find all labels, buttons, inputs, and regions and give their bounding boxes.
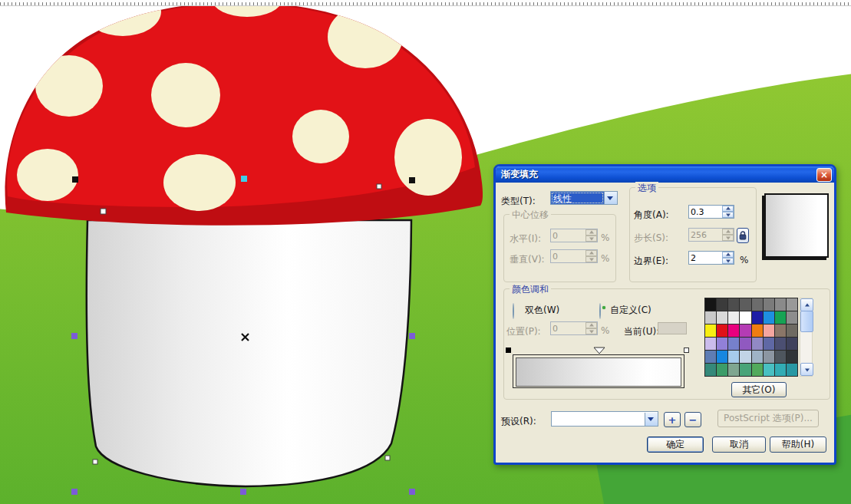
type-dropdown[interactable]: 线性: [550, 191, 618, 205]
palette-swatch[interactable]: [740, 311, 750, 324]
help-button[interactable]: 帮助(H): [770, 436, 826, 453]
palette-swatch[interactable]: [787, 338, 797, 350]
spot[interactable]: [292, 110, 349, 163]
selection-handle[interactable]: [409, 489, 415, 495]
palette-swatch[interactable]: [740, 351, 750, 363]
angle-field[interactable]: [688, 205, 734, 219]
scrollbar-thumb[interactable]: [800, 311, 813, 332]
palette-swatch[interactable]: [728, 364, 739, 376]
palette-swatch[interactable]: [752, 338, 763, 350]
palette-swatch[interactable]: [752, 311, 763, 324]
close-icon[interactable]: ×: [816, 168, 832, 182]
dialog-titlebar[interactable]: 渐变填充: [496, 166, 834, 183]
palette-swatch[interactable]: [740, 364, 750, 376]
palette-swatch[interactable]: [764, 298, 774, 311]
palette-swatch[interactable]: [728, 338, 739, 350]
palette-swatch[interactable]: [752, 298, 763, 311]
palette-swatch[interactable]: [717, 311, 727, 324]
spot[interactable]: [151, 63, 220, 127]
scroll-down-icon[interactable]: [800, 363, 813, 376]
selection-handle[interactable]: [240, 489, 246, 495]
chevron-down-icon[interactable]: [604, 192, 617, 204]
selection-handle[interactable]: [71, 333, 78, 339]
node-handle-hollow[interactable]: [377, 184, 381, 189]
selection-handle[interactable]: [409, 333, 415, 339]
palette-swatch[interactable]: [764, 324, 774, 337]
cancel-button[interactable]: 取消: [712, 436, 766, 453]
palette-swatch[interactable]: [775, 351, 786, 363]
palette-swatch[interactable]: [787, 298, 797, 311]
gradient-midpoint-marker[interactable]: [593, 347, 605, 354]
palette-swatch[interactable]: [705, 364, 716, 376]
add-preset-button[interactable]: +: [664, 412, 681, 427]
palette-swatch[interactable]: [764, 351, 774, 363]
palette-swatch[interactable]: [728, 298, 739, 311]
node-handle-black[interactable]: [409, 177, 415, 183]
mushroom-stem[interactable]: [87, 220, 411, 486]
palette-swatch[interactable]: [764, 311, 774, 324]
palette-swatch[interactable]: [787, 311, 797, 324]
steps-lock-button[interactable]: [737, 228, 749, 243]
palette-swatch[interactable]: [752, 351, 763, 363]
node-handle-hollow[interactable]: [93, 460, 97, 464]
two-color-radio[interactable]: [513, 303, 514, 319]
gradient-stop-start-marker[interactable]: [506, 348, 511, 353]
node-handle-black[interactable]: [72, 176, 78, 183]
palette-swatch[interactable]: [717, 324, 727, 337]
angle-spinner[interactable]: [722, 206, 734, 218]
palette-swatch[interactable]: [764, 338, 774, 350]
gradient-preview: [764, 193, 829, 258]
palette-swatch[interactable]: [705, 311, 716, 324]
palette-swatch[interactable]: [740, 324, 750, 337]
palette-swatch[interactable]: [717, 351, 727, 363]
palette-swatch[interactable]: [705, 324, 716, 337]
gradient-stop-end-marker[interactable]: [684, 348, 689, 353]
palette-swatch[interactable]: [728, 311, 739, 324]
palette-swatch[interactable]: [787, 351, 797, 363]
edge-field[interactable]: [688, 251, 734, 265]
palette-swatch[interactable]: [740, 298, 750, 311]
vertical-unit: %: [601, 253, 609, 264]
palette-swatch[interactable]: [775, 324, 786, 337]
palette-swatch[interactable]: [775, 298, 786, 311]
presets-dropdown[interactable]: [551, 411, 658, 427]
selection-handle[interactable]: [71, 489, 78, 495]
scroll-up-icon[interactable]: [800, 298, 813, 311]
palette-swatch[interactable]: [752, 364, 763, 376]
palette-swatch[interactable]: [705, 298, 716, 311]
palette-swatch[interactable]: [775, 338, 786, 350]
gradient-bar[interactable]: [513, 354, 684, 388]
palette-swatch[interactable]: [787, 324, 797, 337]
edge-spinner[interactable]: [722, 252, 734, 264]
edge-input[interactable]: [689, 252, 722, 264]
palette-swatch[interactable]: [752, 324, 763, 337]
palette-swatch[interactable]: [717, 338, 727, 350]
node-handle-cyan[interactable]: [241, 176, 247, 182]
gradient-bar-fill: [516, 357, 681, 387]
remove-preset-button[interactable]: −: [684, 412, 701, 427]
node-handle-hollow[interactable]: [101, 209, 106, 214]
spot[interactable]: [163, 154, 236, 211]
others-button[interactable]: 其它(O): [731, 382, 787, 397]
position-unit: %: [601, 325, 609, 336]
angle-input[interactable]: [689, 206, 722, 218]
chevron-down-icon[interactable]: [645, 413, 658, 426]
palette-swatch[interactable]: [775, 364, 786, 376]
palette-swatch[interactable]: [705, 338, 716, 350]
palette-swatch[interactable]: [740, 338, 750, 350]
palette-swatch[interactable]: [717, 298, 727, 311]
palette-scrollbar[interactable]: [800, 298, 813, 377]
spot[interactable]: [17, 149, 78, 201]
spot[interactable]: [394, 119, 462, 196]
palette-swatch[interactable]: [728, 324, 739, 337]
node-handle-hollow[interactable]: [385, 456, 390, 460]
lock-icon: [739, 231, 747, 240]
palette-swatch[interactable]: [787, 364, 797, 376]
custom-radio[interactable]: [599, 303, 601, 319]
palette-swatch[interactable]: [705, 351, 716, 363]
palette-swatch[interactable]: [717, 364, 727, 376]
palette-swatch[interactable]: [764, 364, 774, 376]
palette-swatch[interactable]: [728, 351, 739, 363]
palette-swatch[interactable]: [775, 311, 786, 324]
ok-button[interactable]: 确定: [647, 436, 704, 453]
